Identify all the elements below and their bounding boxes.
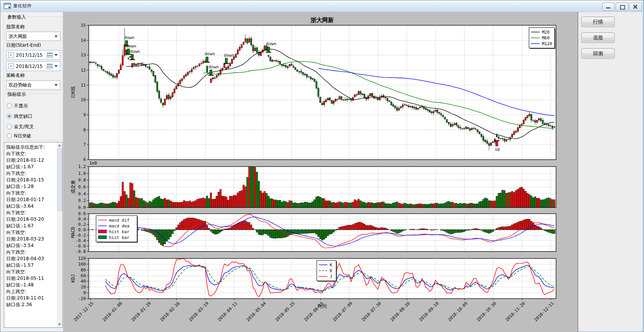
radio-selected-icon [7, 113, 12, 119]
parameter-panel: 参数输入 股票名称 浙大网新 日期(Start-End) ✓ 2017/12/1… [3, 13, 63, 329]
arrow-up-icon [58, 144, 61, 146]
minimize-icon [606, 7, 610, 8]
radio-label: N日突破 [14, 133, 31, 139]
app-icon [4, 3, 11, 9]
strategy-select-value: 双趋势融合 [7, 82, 55, 88]
calendar-icon [47, 53, 53, 58]
window-title: 量化软件 [13, 3, 32, 9]
radio-label: 跳空缺口 [14, 113, 32, 120]
scroll-up-button[interactable] [57, 143, 62, 148]
app-window: 量化软件 参数输入 股票名称 浙大网新 日期(Start-End) ✓ 2017… [0, 0, 644, 332]
indicator-group-title: 指标提示 [6, 91, 27, 98]
end-date-picker[interactable]: ✓ 2018/12/15 [6, 61, 60, 71]
radio-n-day-break[interactable]: N日突破 [7, 133, 31, 139]
radio-icon [7, 103, 12, 108]
radio-icon [7, 133, 12, 139]
calendar-icon [47, 64, 53, 69]
strategy-name-label: 策略名称 [6, 72, 25, 79]
end-date-value: 2018/12/15 [16, 64, 47, 69]
chevron-down-icon[interactable] [55, 54, 58, 56]
start-date-picker[interactable]: ✓ 2017/12/15 [6, 50, 60, 60]
stock-name-label: 股票名称 [6, 24, 25, 30]
action-panel: 行情 选股 回测 [579, 12, 643, 331]
chevron-down-icon [55, 84, 58, 86]
maximize-button[interactable] [616, 3, 628, 11]
info-scrollbar[interactable] [57, 143, 62, 327]
window-frame-edge [642, 0, 644, 332]
indicator-info-textarea[interactable]: 指标提示信息如下: 向下跳空: 日期:2018-01-12 缺口值:-1.67 … [4, 142, 63, 328]
indicator-groupbox: 指标提示 不显示 跳空缺口 金叉/死叉 N日突破 [4, 94, 63, 140]
stock-select[interactable]: 浙大网新 [6, 32, 60, 41]
strategy-select[interactable]: 双趋势融合 [6, 80, 60, 90]
chevron-down-icon [55, 36, 58, 37]
stock-select-value: 浙大网新 [7, 33, 55, 40]
maximize-icon [620, 5, 625, 10]
chevron-down-icon[interactable] [55, 65, 58, 67]
params-group-title: 参数输入 [6, 14, 27, 20]
indicator-info-text: 指标提示信息如下: 向下跳空: 日期:2018-01-12 缺口值:-1.67 … [6, 144, 56, 308]
scroll-down-button[interactable] [57, 322, 62, 327]
start-date-checkbox[interactable]: ✓ [8, 52, 14, 58]
arrow-down-icon [58, 324, 61, 325]
radio-label: 不显示 [14, 103, 28, 109]
params-groupbox: 参数输入 股票名称 浙大网新 日期(Start-End) ✓ 2017/12/1… [4, 17, 63, 91]
close-button[interactable] [629, 3, 642, 11]
scrollbar-thumb[interactable] [57, 148, 62, 211]
end-date-checkbox[interactable]: ✓ [8, 63, 14, 69]
backtest-button[interactable]: 回测 [581, 48, 615, 59]
date-range-label: 日期(Start-End) [6, 42, 41, 49]
radio-cross[interactable]: 金叉/死叉 [7, 124, 34, 129]
radio-no-display[interactable]: 不显示 [7, 103, 28, 108]
minimize-button[interactable] [602, 3, 615, 11]
radio-icon [7, 124, 12, 129]
window-titlebar: 量化软件 [0, 0, 644, 12]
stock-pick-button[interactable]: 选股 [581, 32, 615, 43]
radio-label: 金叉/死叉 [14, 124, 34, 130]
start-date-value: 2017/12/15 [16, 53, 47, 58]
market-button[interactable]: 行情 [581, 17, 615, 27]
stock-analysis-chart [65, 12, 577, 332]
radio-gap[interactable]: 跳空缺口 [7, 113, 32, 119]
